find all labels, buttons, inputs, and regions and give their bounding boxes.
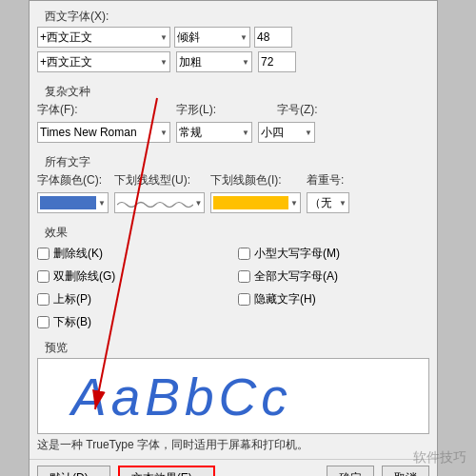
western-substyle-select[interactable]: 加粗 ▼ [176, 51, 252, 72]
color-label: 字体颜色(C): [37, 172, 109, 188]
emphasis-select[interactable]: （无） ▼ [307, 192, 349, 213]
western-font-select[interactable]: +西文正文 ▼ [37, 27, 170, 48]
underline-type-label: 下划线线型(U): [114, 172, 205, 188]
double-strikethrough-label: 双删除线(G) [53, 268, 115, 285]
complex-size-dropdown[interactable]: 小四 [261, 126, 312, 139]
western-subfont-row: +西文正文 ▼ 加粗 ▼ [37, 51, 429, 72]
complex-font-select[interactable]: Times New Roman ▼ [37, 122, 170, 143]
small-caps-check-row: 小型大写字母(M) [238, 243, 429, 264]
ok-button[interactable]: 确定 [327, 466, 374, 476]
all-caps-label: 全部大写字母(A) [254, 268, 338, 285]
subscript-check-row: 下标(B) [37, 311, 228, 332]
chevron-down-icon: ▼ [195, 199, 203, 208]
svg-text:AaBbCc: AaBbCc [69, 367, 292, 425]
complex-size-select[interactable]: 小四 ▼ [258, 122, 315, 143]
complex-font-title: 复杂文种 [45, 84, 422, 100]
western-style-dropdown[interactable]: 倾斜 [177, 30, 248, 44]
button-row: 默认(D)... 文本效果(E)... 确定 取消 [30, 459, 437, 476]
text-effects-button[interactable]: 文本效果(E)... [118, 466, 215, 476]
western-subfont-dropdown[interactable]: +西文正文 [40, 55, 168, 69]
double-strikethrough-check-row: 双删除线(G) [37, 266, 228, 287]
emphasis-label: 着重号: [307, 172, 344, 188]
complex-style-select[interactable]: 常规 ▼ [176, 122, 252, 143]
western-font-dropdown[interactable]: +西文正文 [40, 30, 168, 44]
wavy-underline-icon [117, 198, 193, 208]
complex-font-dropdown[interactable]: Times New Roman [40, 126, 168, 139]
emphasis-dropdown[interactable]: （无） [309, 196, 347, 209]
cancel-button[interactable]: 取消 [382, 466, 429, 476]
font-f-label: 字体(F): [37, 102, 170, 118]
preview-note: 这是一种 TrueType 字体，同时适用于屏幕和打印机。 [37, 437, 429, 453]
superscript-checkbox[interactable] [37, 293, 50, 306]
hidden-check-row: 隐藏文字(H) [238, 288, 429, 309]
complex-font-section: 复杂文种 字体(F): 字形(L): 字号(Z): Times New Roma… [30, 84, 437, 150]
underline-color-swatch [213, 196, 288, 209]
underline-color-label: 下划线颜色(I): [210, 172, 301, 188]
strikethrough-checkbox[interactable] [37, 248, 50, 260]
western-font-section: 西文字体(X): +西文正文 ▼ 倾斜 ▼ [30, 1, 437, 80]
effects-section: 效果 删除线(K) 小型大写字母(M) 双删除线(G) 全部大写字母(A) 上标… [30, 225, 437, 336]
default-button[interactable]: 默认(D)... [37, 466, 110, 476]
hidden-checkbox[interactable] [238, 293, 250, 306]
watermark: 软件技巧 [413, 449, 466, 466]
all-text-labels-row: 字体颜色(C): 下划线线型(U): 下划线颜色(I): 着重号: [37, 172, 429, 188]
complex-font-labels-row: 字体(F): 字形(L): 字号(Z): [37, 102, 429, 118]
complex-style-dropdown[interactable]: 常规 [179, 126, 249, 139]
font-color-picker[interactable]: ▼ [37, 192, 109, 213]
western-subfont-select[interactable]: +西文正文 ▼ [37, 51, 170, 72]
strikethrough-check-row: 删除线(K) [37, 243, 228, 264]
font-color-swatch [40, 196, 96, 209]
effects-title: 效果 [45, 225, 422, 241]
chevron-down-icon: ▼ [290, 199, 298, 208]
western-size-input[interactable] [254, 27, 292, 48]
superscript-label: 上标(P) [53, 291, 91, 307]
effects-grid: 删除线(K) 小型大写字母(M) 双删除线(G) 全部大写字母(A) 上标(P)… [37, 243, 429, 332]
western-subsize-input[interactable] [258, 51, 296, 72]
preview-title: 预览 [45, 340, 422, 356]
western-font-label: 西文字体(X): [45, 9, 422, 25]
small-caps-checkbox[interactable] [238, 248, 250, 260]
chevron-down-icon: ▼ [98, 199, 106, 208]
preview-svg: AaBbCc [62, 358, 405, 425]
preview-text: AaBbCc [62, 358, 405, 434]
western-font-row: 西文字体(X): +西文正文 ▼ 倾斜 ▼ [37, 5, 429, 48]
preview-box: AaBbCc [37, 358, 429, 434]
western-substyle-dropdown[interactable]: 加粗 [179, 55, 249, 69]
underline-color-picker[interactable]: ▼ [210, 192, 301, 213]
strikethrough-label: 删除线(K) [53, 246, 103, 262]
style-l-label: 字形(L): [176, 102, 271, 118]
all-caps-check-row: 全部大写字母(A) [238, 266, 429, 287]
hidden-label: 隐藏文字(H) [254, 291, 316, 307]
subscript-checkbox[interactable] [37, 316, 50, 328]
complex-font-inputs-row: Times New Roman ▼ 常规 ▼ 小四 ▼ [37, 122, 429, 143]
subscript-label: 下标(B) [53, 314, 91, 330]
preview-section: 预览 AaBbCc 这是一种 TrueType 字体，同时适用于屏幕和打印机。 [37, 340, 429, 453]
all-text-controls-row: ▼ ▼ ▼ （无） ▼ [37, 192, 429, 213]
small-caps-label: 小型大写字母(M) [254, 246, 340, 262]
superscript-check-row: 上标(P) [37, 288, 228, 309]
underline-type-select[interactable]: ▼ [114, 192, 205, 213]
size-z-label: 字号(Z): [277, 102, 318, 118]
western-style-select[interactable]: 倾斜 ▼ [174, 27, 250, 48]
all-caps-checkbox[interactable] [238, 270, 250, 283]
font-dialog: 西文字体(X): +西文正文 ▼ 倾斜 ▼ [29, 0, 438, 476]
double-strikethrough-checkbox[interactable] [37, 270, 50, 283]
all-text-section: 所有文字 字体颜色(C): 下划线线型(U): 下划线颜色(I): 着重号: ▼… [30, 154, 437, 221]
all-text-title: 所有文字 [45, 154, 422, 170]
